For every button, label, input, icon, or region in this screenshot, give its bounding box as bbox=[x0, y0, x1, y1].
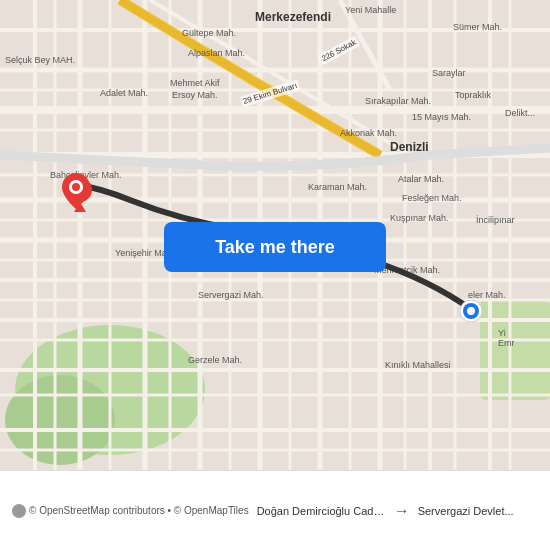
route-to-label: Servergazi Devlet... bbox=[418, 505, 547, 517]
route-info: Doğan Demircioğlu Caddesi Fo... → Server… bbox=[257, 502, 547, 520]
map-container: Merkezefendi Denizli Yeni Mahalle Gültep… bbox=[0, 0, 550, 470]
svg-point-47 bbox=[72, 183, 80, 191]
take-me-there-button[interactable]: Take me there bbox=[164, 222, 386, 272]
bottom-bar: © OpenStreetMap contributors • © OpenMap… bbox=[0, 470, 550, 550]
svg-point-50 bbox=[467, 307, 475, 315]
globe-icon bbox=[12, 504, 26, 518]
destination-marker bbox=[460, 300, 482, 326]
origin-pin bbox=[62, 173, 90, 209]
attribution: © OpenStreetMap contributors • © OpenMap… bbox=[12, 504, 249, 518]
attribution-text: © OpenStreetMap contributors • © OpenMap… bbox=[29, 505, 249, 516]
route-from-label: Doğan Demircioğlu Caddesi Fo... bbox=[257, 505, 386, 517]
route-arrow-icon: → bbox=[394, 502, 410, 520]
